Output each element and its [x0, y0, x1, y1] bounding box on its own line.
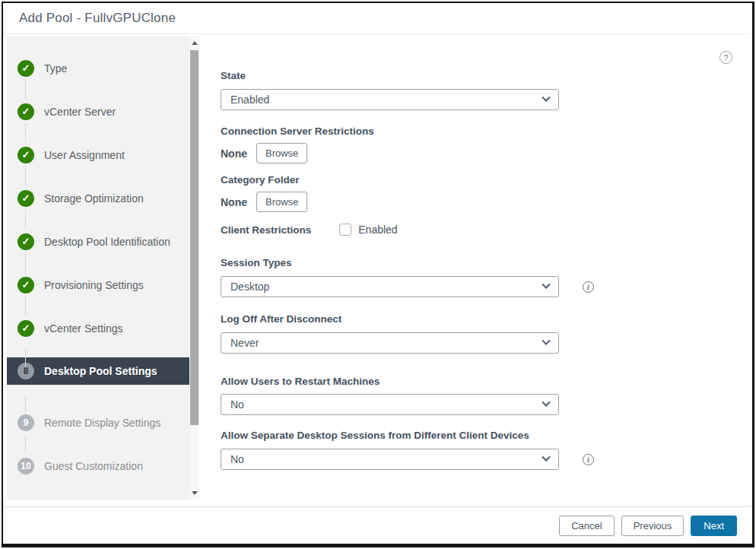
step-complete-check-icon: ✓: [17, 233, 34, 250]
sidebar-step-provisioning-settings[interactable]: ✓Provisioning Settings: [7, 263, 199, 306]
chevron-down-icon: [542, 337, 550, 345]
step-label: Desktop Pool Settings: [44, 365, 157, 377]
sidebar-step-desktop-pool-identification[interactable]: ✓Desktop Pool Identification: [7, 220, 199, 263]
previous-button[interactable]: Previous: [621, 516, 685, 536]
step-label: Remote Display Settings: [44, 417, 160, 429]
connection-server-restrictions-label: Connection Server Restrictions: [221, 125, 752, 137]
step-complete-check-icon: ✓: [17, 147, 34, 163]
dialog-footer: Cancel Previous Next: [3, 506, 752, 544]
session-types-label: Session Types: [221, 257, 752, 268]
client-restrictions-checkbox[interactable]: [339, 224, 351, 236]
allow-separate-sessions-select[interactable]: No: [221, 449, 559, 470]
category-folder-browse-button[interactable]: Browse: [256, 192, 307, 212]
category-folder-group: Category Folder None Browse: [221, 174, 752, 212]
sidebar-step-vcenter-server[interactable]: ✓vCenter Server: [7, 90, 199, 133]
chevron-down-icon: [542, 398, 550, 407]
step-complete-check-icon: ✓: [17, 190, 34, 207]
connection-server-restrictions-group: Connection Server Restrictions None Brow…: [221, 125, 752, 163]
info-icon[interactable]: i: [583, 281, 594, 293]
step-label: vCenter Settings: [44, 322, 123, 335]
allow-users-restart-label: Allow Users to Restart Machines: [221, 376, 752, 387]
log-off-select-value: Never: [230, 337, 543, 349]
sidebar-step-desktop-pool-settings[interactable]: 8Desktop Pool Settings: [7, 357, 199, 401]
category-folder-value: None: [221, 196, 247, 208]
sidebar-step-remote-display-settings[interactable]: 9Remote Display Settings: [7, 401, 199, 444]
cancel-button[interactable]: Cancel: [559, 516, 614, 536]
step-label: Storage Optimization: [44, 192, 144, 205]
step-label: Type: [44, 62, 67, 75]
state-select[interactable]: Enabled: [221, 89, 559, 110]
allow-users-restart-select-value: No: [230, 398, 543, 411]
wizard-sidebar: ✓Type✓vCenter Server✓User Assignment✓Sto…: [7, 36, 199, 500]
step-label: Desktop Pool Identification: [44, 236, 170, 248]
sidebar-step-vcenter-settings[interactable]: ✓vCenter Settings: [7, 306, 199, 350]
step-complete-check-icon: ✓: [17, 60, 34, 77]
allow-separate-sessions-group: Allow Separate Desktop Sessions from Dif…: [221, 430, 752, 470]
chevron-down-icon: [542, 453, 550, 462]
allow-separate-sessions-label: Allow Separate Desktop Sessions from Dif…: [221, 430, 752, 441]
client-restrictions-group: Client Restrictions Enabled: [221, 224, 752, 236]
next-button[interactable]: Next: [691, 516, 737, 536]
sidebar-step-user-assignment[interactable]: ✓User Assignment: [7, 133, 199, 176]
step-label: vCenter Server: [44, 106, 116, 118]
state-group: State Enabled: [221, 70, 752, 110]
step-complete-check-icon: ✓: [17, 320, 34, 337]
scroll-up-icon[interactable]: [192, 41, 198, 45]
dialog-title: Add Pool - FullvGPUClone: [19, 11, 176, 26]
session-types-group: Session Types Desktop i: [221, 257, 752, 297]
scrollbar-thumb[interactable]: [190, 50, 199, 425]
log-off-after-disconnect-label: Log Off After Disconnect: [221, 313, 752, 325]
log-off-after-disconnect-select[interactable]: Never: [221, 332, 559, 354]
settings-panel: ? State Enabled Connection Server Restri…: [199, 34, 752, 506]
help-icon[interactable]: ?: [719, 51, 732, 64]
wizard-steps: ✓Type✓vCenter Server✓User Assignment✓Sto…: [7, 36, 199, 487]
sidebar-scrollbar[interactable]: [189, 36, 199, 500]
step-label: User Assignment: [44, 149, 125, 161]
scroll-down-icon[interactable]: [192, 491, 198, 495]
chevron-down-icon: [542, 281, 550, 289]
sidebar-step-guest-customization[interactable]: 10Guest Customization: [7, 444, 199, 487]
sidebar-step-type[interactable]: ✓Type: [7, 46, 199, 90]
connection-server-restrictions-value: None: [221, 148, 247, 160]
dialog-header: Add Pool - FullvGPUClone: [3, 3, 752, 34]
add-pool-dialog: Add Pool - FullvGPUClone ✓Type✓vCenter S…: [2, 2, 754, 547]
state-label: State: [221, 70, 752, 81]
state-select-value: Enabled: [230, 94, 543, 106]
step-number-badge: 10: [17, 458, 34, 474]
allow-users-restart-group: Allow Users to Restart Machines No: [221, 376, 752, 415]
client-restrictions-checkbox-label: Enabled: [358, 224, 397, 236]
connection-server-restrictions-browse-button[interactable]: Browse: [256, 143, 307, 163]
log-off-after-disconnect-group: Log Off After Disconnect Never: [221, 313, 752, 354]
info-icon[interactable]: i: [583, 454, 594, 465]
step-label: Guest Customization: [44, 460, 143, 472]
step-complete-check-icon: ✓: [17, 103, 34, 120]
category-folder-label: Category Folder: [221, 174, 752, 186]
chevron-down-icon: [542, 94, 550, 102]
allow-separate-sessions-select-value: No: [230, 453, 543, 465]
allow-users-restart-select[interactable]: No: [221, 394, 559, 415]
session-types-select-value: Desktop: [230, 281, 543, 293]
step-number-badge: 8: [17, 363, 34, 379]
sidebar-step-storage-optimization[interactable]: ✓Storage Optimization: [7, 176, 199, 220]
client-restrictions-label: Client Restrictions: [221, 224, 311, 236]
step-number-badge: 9: [17, 414, 34, 431]
step-complete-check-icon: ✓: [17, 277, 34, 294]
session-types-select[interactable]: Desktop: [221, 276, 559, 297]
step-label: Provisioning Settings: [44, 279, 144, 291]
